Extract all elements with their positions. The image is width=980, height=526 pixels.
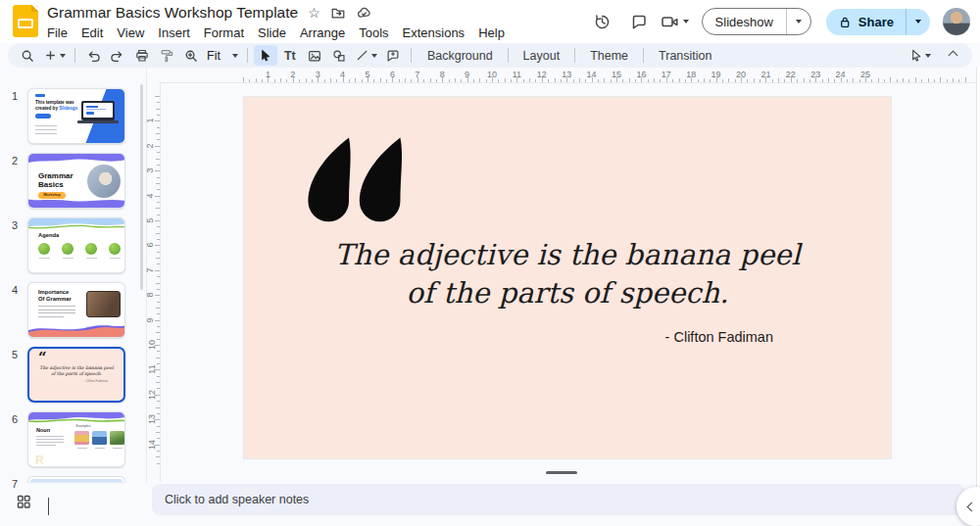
ruler-label: 1 xyxy=(145,119,155,123)
star-icon[interactable]: ☆ xyxy=(308,6,320,20)
ruler-label: 6 xyxy=(390,70,395,79)
share-dropdown[interactable] xyxy=(906,9,930,35)
menu-arrange[interactable]: Arrange xyxy=(293,24,352,41)
zoom-in-button[interactable] xyxy=(179,45,203,66)
caret-down-icon xyxy=(232,54,238,58)
ruler-label: 3 xyxy=(316,70,320,79)
pointer-mode-button[interactable] xyxy=(906,48,934,63)
menu-view[interactable]: View xyxy=(110,24,151,41)
undo-button[interactable] xyxy=(81,45,105,66)
ruler-label: 20 xyxy=(736,70,746,79)
zoom-value: Fit xyxy=(207,49,220,63)
insert-comment-button[interactable] xyxy=(381,45,405,66)
menu-edit[interactable]: Edit xyxy=(74,24,110,41)
logo-fold xyxy=(31,5,38,12)
ruler-label: 11 xyxy=(147,365,157,374)
zoom-select[interactable]: Fit xyxy=(204,49,241,63)
collapse-toolbar-button[interactable] xyxy=(941,45,964,66)
slide-thumbnail-3[interactable]: Agenda xyxy=(27,217,125,273)
speaker-notes-input[interactable]: Click to add speaker notes xyxy=(152,484,965,515)
transition-button[interactable]: Transition xyxy=(649,47,721,65)
slide-thumbnail-4[interactable]: ImportanceOf Grammar xyxy=(27,282,125,338)
ruler-label: 16 xyxy=(636,70,646,79)
menu-slide[interactable]: Slide xyxy=(251,24,293,41)
new-slide-button[interactable] xyxy=(40,48,69,63)
text-line xyxy=(110,258,121,259)
slide-number[interactable]: 4 xyxy=(7,284,23,296)
redo-button[interactable] xyxy=(106,45,129,66)
filmstrip: 1 This template was created by Slidesgo … xyxy=(0,67,147,482)
menu-format[interactable]: Format xyxy=(197,24,251,41)
document-title[interactable]: Grammar Basics Workshop Template xyxy=(47,4,298,22)
menu-tools[interactable]: Tools xyxy=(352,24,395,41)
version-history-icon[interactable] xyxy=(588,7,617,36)
wave-graphic xyxy=(28,218,124,232)
account-avatar[interactable] xyxy=(943,8,970,35)
meet-controls[interactable] xyxy=(661,13,689,30)
header-actions: Slideshow Share xyxy=(588,6,970,37)
ruler-label: 4 xyxy=(340,70,345,79)
slideshow-button[interactable]: Slideshow xyxy=(702,8,811,35)
share-button[interactable]: Share xyxy=(826,9,930,35)
thumb3-title: Agenda xyxy=(38,232,59,238)
slide-thumbnail-2[interactable]: GrammarBasics Workshop xyxy=(27,153,125,209)
ruler-label: 18 xyxy=(686,70,696,79)
text-line xyxy=(35,129,57,130)
thumb4-title: ImportanceOf Grammar xyxy=(38,289,72,302)
select-tool-button[interactable] xyxy=(254,45,277,66)
print-button[interactable] xyxy=(130,45,154,66)
paint-format-button[interactable] xyxy=(155,45,178,66)
slide-number[interactable]: 2 xyxy=(7,155,23,167)
quote-text[interactable]: The adjective is the banana peel of the … xyxy=(244,236,891,312)
ruler-label: 3 xyxy=(145,168,155,173)
insert-shape-button[interactable] xyxy=(327,45,351,66)
thumb6-photo xyxy=(74,431,89,445)
move-folder-icon[interactable] xyxy=(330,5,346,21)
ruler-label: 6 xyxy=(145,243,155,248)
menu-file[interactable]: File xyxy=(40,24,74,41)
slides-logo-icon[interactable] xyxy=(13,5,38,37)
menu-insert[interactable]: Insert xyxy=(151,24,197,41)
thumb6-photo xyxy=(92,431,107,445)
search-menus-icon[interactable] xyxy=(16,45,39,66)
slideshow-dropdown[interactable] xyxy=(786,9,810,34)
slide-number[interactable]: 6 xyxy=(7,413,23,425)
slide-number[interactable]: 7 xyxy=(7,478,23,490)
thumb6-photo xyxy=(110,431,124,445)
slide-thumbnail-6[interactable]: Noun Examples R xyxy=(27,411,125,467)
collapse-filmstrip-button[interactable] xyxy=(48,498,49,515)
insert-line-button[interactable] xyxy=(352,48,380,63)
text-line xyxy=(36,439,64,440)
slide-number[interactable]: 1 xyxy=(7,90,23,102)
thumb2-photo xyxy=(87,165,121,198)
slide-thumbnail-7[interactable] xyxy=(27,476,125,482)
insert-image-button[interactable] xyxy=(303,45,326,66)
slide-thumbnail-1[interactable]: This template was created by Slidesgo xyxy=(27,88,125,144)
menu-extensions[interactable]: Extensions xyxy=(396,24,472,41)
ruler-label: 2 xyxy=(145,143,155,148)
theme-button[interactable]: Theme xyxy=(580,47,638,65)
notes-resize-handle[interactable] xyxy=(546,471,577,474)
comment-history-icon[interactable] xyxy=(624,7,654,36)
quotation-marks-graphic[interactable] xyxy=(293,132,405,224)
text-box-tool-button[interactable]: Tt xyxy=(278,45,302,66)
text-line xyxy=(95,448,105,449)
quote-attribution[interactable]: - Clifton Fadiman xyxy=(665,329,773,345)
thumb1-text: created by Slidesgo xyxy=(35,106,77,111)
current-slide[interactable]: The adjective is the banana peel of the … xyxy=(244,97,891,458)
background-button[interactable]: Background xyxy=(417,47,503,65)
caret-down-icon xyxy=(60,54,66,58)
cloud-status-icon[interactable] xyxy=(356,5,372,21)
slide-thumbnail-5-selected[interactable]: “ The adjective is the banana peelof the… xyxy=(27,347,125,403)
menu-help[interactable]: Help xyxy=(471,24,512,41)
slide-number[interactable]: 5 xyxy=(7,349,23,360)
layout-button[interactable]: Layout xyxy=(514,47,570,65)
text-line xyxy=(36,445,56,446)
filmstrip-scrollbar[interactable] xyxy=(140,84,143,290)
slide-canvas[interactable]: The adjective is the banana peel of the … xyxy=(160,82,980,482)
ruler-label: 14 xyxy=(587,70,597,79)
grid-view-button[interactable] xyxy=(17,495,32,510)
slideshow-label[interactable]: Slideshow xyxy=(703,9,786,34)
slide-number[interactable]: 3 xyxy=(7,219,23,231)
text-line xyxy=(77,448,87,449)
